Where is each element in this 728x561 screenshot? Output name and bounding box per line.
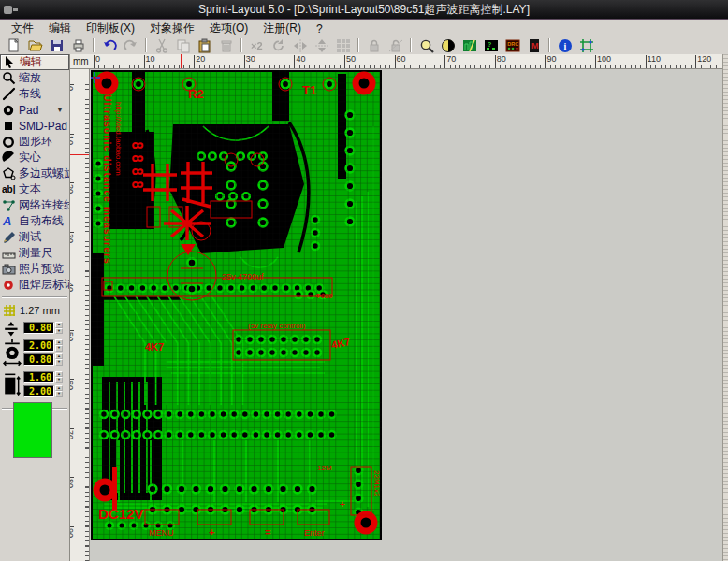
silk-btn-menu: MENU: [149, 528, 174, 538]
toolbar-drc-button[interactable]: DRC×: [502, 37, 523, 54]
smd-height-spinner[interactable]: ▲▼: [55, 385, 63, 397]
pcb-board[interactable]: R2 T1 Ultrasonic distance measurers http…: [91, 70, 382, 540]
toolbar-contrast-button[interactable]: [437, 37, 459, 54]
text-icon: ab|: [2, 182, 16, 196]
menu-options[interactable]: 选项(O): [202, 20, 255, 37]
menu-edit[interactable]: 编辑: [41, 20, 79, 37]
toolbar-print-button[interactable]: [67, 37, 89, 54]
menu-register[interactable]: 注册(R): [255, 20, 309, 37]
vruler-tick-label: 0: [70, 84, 74, 91]
app-icon: [4, 4, 18, 16]
toolbar-open-button[interactable]: [24, 37, 46, 54]
mirror-vertical-icon: [314, 38, 329, 53]
autoroute-icon: A: [2, 214, 16, 228]
tool-pad[interactable]: Pad▼: [0, 102, 69, 118]
tool-zoom[interactable]: 缩放: [0, 70, 69, 86]
vruler-tick-label: 70: [70, 428, 74, 439]
pad-outer-spinner[interactable]: ▲▼: [55, 339, 63, 352]
toolbar-separator: [548, 38, 550, 52]
tool-photo-preview[interactable]: 照片预览: [0, 261, 69, 277]
tool-smd-pad[interactable]: SMD-Pad: [0, 118, 69, 134]
toolbar-separator: [93, 38, 95, 52]
tool-label: 编辑: [20, 54, 42, 70]
toolbar-photo-view-button[interactable]: [459, 37, 480, 54]
tool-test[interactable]: 测试: [0, 229, 69, 245]
pad-inner-spinner[interactable]: ▲▼: [55, 353, 63, 366]
toolbar-separator: [240, 38, 242, 52]
tool-route[interactable]: 布线: [0, 86, 69, 102]
toolbar-new-button[interactable]: [3, 37, 24, 54]
toolbar-group-button: [363, 37, 385, 54]
pad-inner-value[interactable]: 0.80: [23, 353, 54, 366]
toolbar-mirror-horizontal-button: [289, 37, 311, 54]
track-width-value[interactable]: 0.80: [23, 322, 54, 334]
tool-label: 文本: [19, 181, 41, 197]
silk-xtal1: 12M: [317, 464, 332, 472]
smd-size-icon: [3, 371, 22, 400]
tool-label: 照片预览: [19, 261, 64, 277]
tool-edit[interactable]: 编辑: [0, 54, 69, 70]
tool-autoroute[interactable]: A自动布线: [0, 213, 69, 229]
cut-icon: [154, 38, 169, 53]
toolbar-snap-button[interactable]: [575, 37, 597, 54]
tool-text[interactable]: ab|文本: [0, 181, 69, 197]
menu-help[interactable]: ?: [309, 22, 330, 36]
divider: [2, 296, 67, 298]
new-icon: [7, 38, 22, 53]
vruler-tick-label: 20: [70, 182, 74, 194]
smd-icon: [2, 119, 16, 133]
vertical-scrollbar[interactable]: [722, 54, 728, 561]
silk-label-t1: T1: [302, 83, 316, 97]
tool-solder-mask-mark[interactable]: 阻焊层标记: [0, 277, 69, 293]
chevron-down-icon[interactable]: ▼: [56, 106, 64, 114]
pad-outer-value[interactable]: 2.00: [23, 339, 54, 352]
toolbar-solder-mask-button[interactable]: M: [523, 37, 545, 54]
cursor-position-marker-y: [70, 154, 89, 155]
tool-ring[interactable]: 圆形环: [0, 134, 69, 150]
tool-net-connection[interactable]: 网络连接线: [0, 197, 69, 213]
toolbar-undo-button[interactable]: [98, 37, 120, 54]
silk-label-r2: R2: [188, 87, 204, 101]
redo-icon: [124, 38, 138, 53]
tool-polygon-spiral[interactable]: 多边或螺旋: [0, 165, 69, 181]
svg-text:×2: ×2: [251, 40, 263, 51]
contrast-icon: [441, 38, 456, 53]
hruler-tick-label: 70: [444, 55, 456, 68]
silk-plus-mark: +: [340, 499, 345, 510]
svg-text:×: ×: [515, 46, 518, 51]
smd-height-value[interactable]: 2.00: [23, 385, 54, 397]
layer-color-swatch[interactable]: [13, 402, 52, 458]
toolbar-paste-button[interactable]: [194, 37, 215, 54]
toolbar-rotate-button: [268, 37, 289, 54]
smd-width-value[interactable]: 1.60: [23, 371, 54, 383]
align-grid-icon: [336, 38, 351, 53]
svg-text:A: A: [2, 214, 11, 228]
vruler-tick-label: 40: [70, 280, 74, 292]
polygon-icon: [2, 166, 16, 180]
test-icon: ?: [484, 38, 499, 53]
rotate-icon: [271, 38, 286, 53]
undo-icon: [102, 38, 117, 53]
toolbar-info-button[interactable]: i: [554, 37, 575, 54]
pad-size-group: 2.00 ▲▼ 0.80 ▲▼: [0, 339, 69, 368]
track-width-spinner[interactable]: ▲▼: [55, 322, 63, 334]
tool-solid[interactable]: 实心: [0, 150, 69, 165]
track-width-group: 0.80 ▲▼: [0, 322, 69, 337]
layout-canvas[interactable]: R2 T1 Ultrasonic distance measurers http…: [90, 69, 722, 561]
smd-width-spinner[interactable]: ▲▼: [55, 371, 63, 383]
toolbar-save-button[interactable]: [46, 37, 67, 54]
toolbar-zoom-button[interactable]: [415, 37, 437, 54]
menu-board[interactable]: 印制板(X): [79, 20, 142, 37]
menu-file[interactable]: 文件: [4, 20, 41, 37]
grid-setting[interactable]: 1.27 mm: [0, 302, 69, 319]
open-icon: [28, 38, 43, 53]
menu-object[interactable]: 对象操作: [142, 20, 202, 37]
pad-size-icon: [3, 339, 22, 368]
window-title: Sprint-Layout 5.0 - [D:\Sprint-Layout50\…: [198, 3, 530, 16]
toolbar-test-button[interactable]: ?: [480, 37, 502, 54]
tool-measure[interactable]: 测量尺: [0, 245, 69, 261]
vruler-tick-label: 90: [70, 526, 74, 538]
silk-dc-label: DC12V: [98, 506, 143, 522]
silk-btn-enter: Enter: [304, 528, 325, 538]
tool-label: 阻焊层标记: [19, 277, 70, 293]
